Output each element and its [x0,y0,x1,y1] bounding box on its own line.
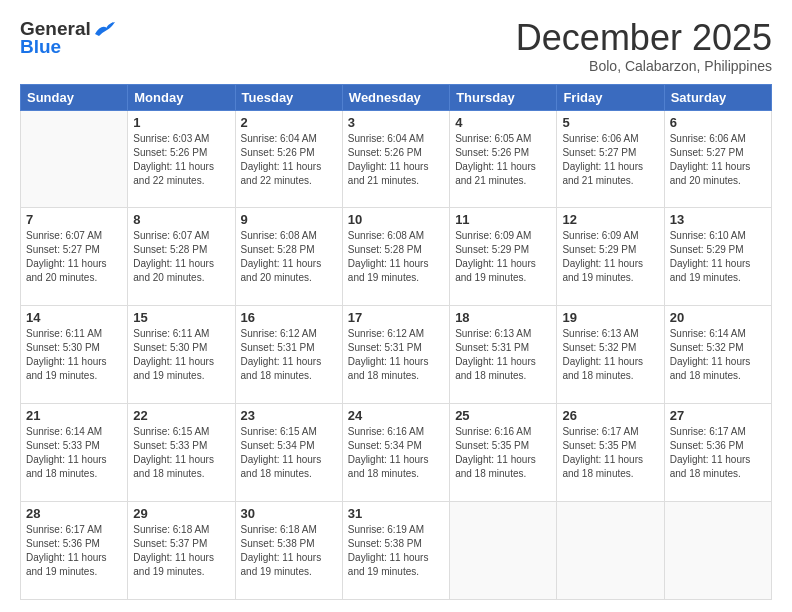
table-row: 28Sunrise: 6:17 AMSunset: 5:36 PMDayligh… [21,502,128,600]
day-number: 17 [348,310,444,325]
day-info: Sunrise: 6:07 AMSunset: 5:28 PMDaylight:… [133,229,229,285]
day-number: 1 [133,115,229,130]
day-number: 25 [455,408,551,423]
day-number: 4 [455,115,551,130]
day-info: Sunrise: 6:05 AMSunset: 5:26 PMDaylight:… [455,132,551,188]
col-wednesday: Wednesday [342,84,449,110]
table-row: 8Sunrise: 6:07 AMSunset: 5:28 PMDaylight… [128,208,235,306]
table-row: 21Sunrise: 6:14 AMSunset: 5:33 PMDayligh… [21,404,128,502]
day-number: 16 [241,310,337,325]
day-info: Sunrise: 6:18 AMSunset: 5:38 PMDaylight:… [241,523,337,579]
col-sunday: Sunday [21,84,128,110]
day-info: Sunrise: 6:15 AMSunset: 5:34 PMDaylight:… [241,425,337,481]
day-number: 13 [670,212,766,227]
day-number: 23 [241,408,337,423]
table-row: 1Sunrise: 6:03 AMSunset: 5:26 PMDaylight… [128,110,235,208]
table-row: 7Sunrise: 6:07 AMSunset: 5:27 PMDaylight… [21,208,128,306]
day-info: Sunrise: 6:13 AMSunset: 5:31 PMDaylight:… [455,327,551,383]
table-row: 26Sunrise: 6:17 AMSunset: 5:35 PMDayligh… [557,404,664,502]
day-number: 22 [133,408,229,423]
day-number: 27 [670,408,766,423]
day-info: Sunrise: 6:03 AMSunset: 5:26 PMDaylight:… [133,132,229,188]
day-info: Sunrise: 6:17 AMSunset: 5:36 PMDaylight:… [670,425,766,481]
table-row: 11Sunrise: 6:09 AMSunset: 5:29 PMDayligh… [450,208,557,306]
logo-blue: Blue [20,38,61,55]
day-info: Sunrise: 6:16 AMSunset: 5:35 PMDaylight:… [455,425,551,481]
day-info: Sunrise: 6:09 AMSunset: 5:29 PMDaylight:… [562,229,658,285]
day-number: 2 [241,115,337,130]
calendar-week-row: 1Sunrise: 6:03 AMSunset: 5:26 PMDaylight… [21,110,772,208]
table-row [21,110,128,208]
day-info: Sunrise: 6:12 AMSunset: 5:31 PMDaylight:… [241,327,337,383]
day-number: 29 [133,506,229,521]
table-row: 3Sunrise: 6:04 AMSunset: 5:26 PMDaylight… [342,110,449,208]
calendar-table: Sunday Monday Tuesday Wednesday Thursday… [20,84,772,600]
day-number: 18 [455,310,551,325]
location-title: Bolo, Calabarzon, Philippines [516,58,772,74]
table-row: 14Sunrise: 6:11 AMSunset: 5:30 PMDayligh… [21,306,128,404]
calendar-week-row: 14Sunrise: 6:11 AMSunset: 5:30 PMDayligh… [21,306,772,404]
table-row: 17Sunrise: 6:12 AMSunset: 5:31 PMDayligh… [342,306,449,404]
day-number: 11 [455,212,551,227]
table-row: 31Sunrise: 6:19 AMSunset: 5:38 PMDayligh… [342,502,449,600]
day-info: Sunrise: 6:17 AMSunset: 5:35 PMDaylight:… [562,425,658,481]
day-info: Sunrise: 6:09 AMSunset: 5:29 PMDaylight:… [455,229,551,285]
day-info: Sunrise: 6:08 AMSunset: 5:28 PMDaylight:… [348,229,444,285]
month-title: December 2025 [516,18,772,58]
day-info: Sunrise: 6:11 AMSunset: 5:30 PMDaylight:… [133,327,229,383]
day-info: Sunrise: 6:06 AMSunset: 5:27 PMDaylight:… [562,132,658,188]
day-number: 19 [562,310,658,325]
logo: General Blue [20,18,115,55]
day-number: 10 [348,212,444,227]
day-info: Sunrise: 6:16 AMSunset: 5:34 PMDaylight:… [348,425,444,481]
day-number: 8 [133,212,229,227]
table-row: 15Sunrise: 6:11 AMSunset: 5:30 PMDayligh… [128,306,235,404]
table-row: 24Sunrise: 6:16 AMSunset: 5:34 PMDayligh… [342,404,449,502]
day-info: Sunrise: 6:08 AMSunset: 5:28 PMDaylight:… [241,229,337,285]
table-row [664,502,771,600]
day-number: 15 [133,310,229,325]
col-saturday: Saturday [664,84,771,110]
table-row [557,502,664,600]
day-number: 3 [348,115,444,130]
day-info: Sunrise: 6:12 AMSunset: 5:31 PMDaylight:… [348,327,444,383]
day-info: Sunrise: 6:15 AMSunset: 5:33 PMDaylight:… [133,425,229,481]
calendar-body: 1Sunrise: 6:03 AMSunset: 5:26 PMDaylight… [21,110,772,599]
table-row: 4Sunrise: 6:05 AMSunset: 5:26 PMDaylight… [450,110,557,208]
table-row [450,502,557,600]
day-number: 21 [26,408,122,423]
col-thursday: Thursday [450,84,557,110]
day-number: 28 [26,506,122,521]
day-info: Sunrise: 6:04 AMSunset: 5:26 PMDaylight:… [348,132,444,188]
day-info: Sunrise: 6:04 AMSunset: 5:26 PMDaylight:… [241,132,337,188]
day-number: 31 [348,506,444,521]
day-number: 7 [26,212,122,227]
col-monday: Monday [128,84,235,110]
day-info: Sunrise: 6:18 AMSunset: 5:37 PMDaylight:… [133,523,229,579]
table-row: 29Sunrise: 6:18 AMSunset: 5:37 PMDayligh… [128,502,235,600]
table-row: 18Sunrise: 6:13 AMSunset: 5:31 PMDayligh… [450,306,557,404]
col-tuesday: Tuesday [235,84,342,110]
day-number: 30 [241,506,337,521]
calendar-week-row: 21Sunrise: 6:14 AMSunset: 5:33 PMDayligh… [21,404,772,502]
table-row: 16Sunrise: 6:12 AMSunset: 5:31 PMDayligh… [235,306,342,404]
day-number: 6 [670,115,766,130]
day-number: 24 [348,408,444,423]
day-info: Sunrise: 6:14 AMSunset: 5:32 PMDaylight:… [670,327,766,383]
calendar-header-row: Sunday Monday Tuesday Wednesday Thursday… [21,84,772,110]
day-number: 12 [562,212,658,227]
day-info: Sunrise: 6:19 AMSunset: 5:38 PMDaylight:… [348,523,444,579]
day-number: 14 [26,310,122,325]
table-row: 13Sunrise: 6:10 AMSunset: 5:29 PMDayligh… [664,208,771,306]
table-row: 27Sunrise: 6:17 AMSunset: 5:36 PMDayligh… [664,404,771,502]
table-row: 9Sunrise: 6:08 AMSunset: 5:28 PMDaylight… [235,208,342,306]
day-number: 9 [241,212,337,227]
table-row: 20Sunrise: 6:14 AMSunset: 5:32 PMDayligh… [664,306,771,404]
day-number: 26 [562,408,658,423]
table-row: 30Sunrise: 6:18 AMSunset: 5:38 PMDayligh… [235,502,342,600]
table-row: 23Sunrise: 6:15 AMSunset: 5:34 PMDayligh… [235,404,342,502]
table-row: 2Sunrise: 6:04 AMSunset: 5:26 PMDaylight… [235,110,342,208]
page: General Blue December 2025 Bolo, Calabar… [0,0,792,612]
table-row: 6Sunrise: 6:06 AMSunset: 5:27 PMDaylight… [664,110,771,208]
day-number: 20 [670,310,766,325]
